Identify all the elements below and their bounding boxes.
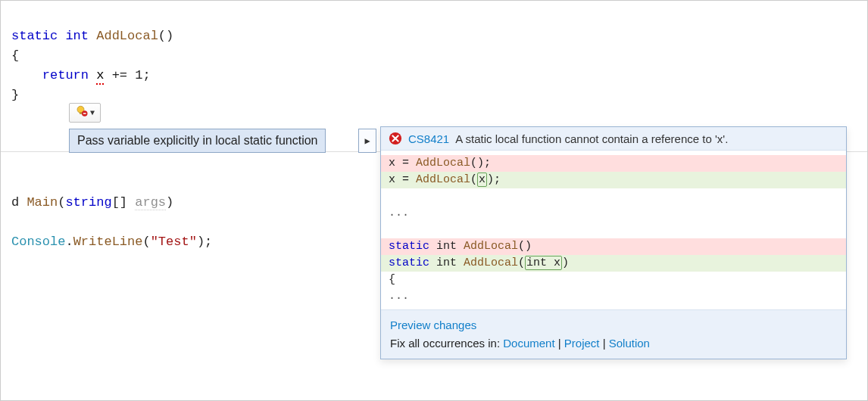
- text: .: [65, 235, 73, 249]
- fn-addlocal: AddLocal: [96, 29, 158, 43]
- error-x[interactable]: x: [96, 68, 104, 85]
- text: );: [197, 235, 212, 249]
- diff-gap: ...: [381, 288, 846, 305]
- diff-deleted-line: static int AddLocal(): [381, 238, 846, 255]
- quick-fix-label: Pass variable explicitly in local static…: [77, 134, 317, 148]
- text: d: [11, 195, 27, 210]
- kw-int: int: [65, 29, 89, 43]
- quick-fix-item[interactable]: Pass variable explicitly in local static…: [69, 129, 326, 153]
- chevron-down-icon: ▼: [90, 109, 95, 117]
- svg-rect-1: [80, 112, 82, 113]
- fn-writeline: WriteLine: [73, 235, 143, 249]
- text: += 1;: [104, 68, 150, 82]
- param-args: args: [135, 195, 166, 210]
- expand-preview-button[interactable]: ▶: [358, 129, 376, 153]
- text: (: [58, 195, 65, 210]
- diff-brace: {: [381, 272, 846, 288]
- chevron-right-icon: ▶: [364, 135, 370, 147]
- lightbulb-error-icon: [75, 104, 89, 122]
- cls-console: Console: [11, 235, 65, 249]
- fix-solution-link[interactable]: Solution: [609, 337, 650, 350]
- error-header: CS8421 A static local function cannot co…: [381, 127, 846, 151]
- error-icon: [389, 132, 402, 145]
- inserted-int-x: int x: [525, 256, 562, 270]
- text: ): [166, 195, 173, 210]
- kw-return: return: [42, 68, 89, 82]
- text: (: [142, 235, 150, 249]
- diff-deleted-line: x = AddLocal();: [381, 155, 846, 172]
- fn-main: Main: [27, 195, 58, 210]
- diff-view: x = AddLocal(); x = AddLocal(x); ... sta…: [381, 151, 846, 309]
- inserted-x: x: [477, 173, 487, 187]
- fix-project-link[interactable]: Project: [564, 337, 600, 350]
- lightbulb-button[interactable]: ▼: [69, 103, 101, 123]
- brace-open: {: [11, 48, 19, 63]
- fix-document-link[interactable]: Document: [503, 337, 554, 350]
- kw-string: string: [65, 195, 111, 210]
- preview-footer: Preview changes Fix all occurrences in: …: [381, 309, 846, 359]
- diff-added-line: static int AddLocal(int x): [381, 255, 846, 272]
- diff-added-line: x = AddLocal(x);: [381, 172, 846, 188]
- fix-all-label: Fix all occurrences in:: [390, 337, 503, 350]
- preview-changes-link[interactable]: Preview changes: [390, 319, 476, 331]
- string-test: "Test": [151, 235, 197, 249]
- text: []: [112, 195, 136, 210]
- fix-preview-panel: CS8421 A static local function cannot co…: [380, 126, 847, 359]
- error-code[interactable]: CS8421: [408, 132, 449, 145]
- diff-gap: ...: [381, 188, 846, 238]
- brace-close: }: [11, 88, 19, 102]
- error-message: A static local function cannot contain a…: [455, 132, 728, 145]
- svg-rect-3: [83, 113, 86, 114]
- text: (): [158, 29, 173, 43]
- kw-static: static: [11, 29, 58, 43]
